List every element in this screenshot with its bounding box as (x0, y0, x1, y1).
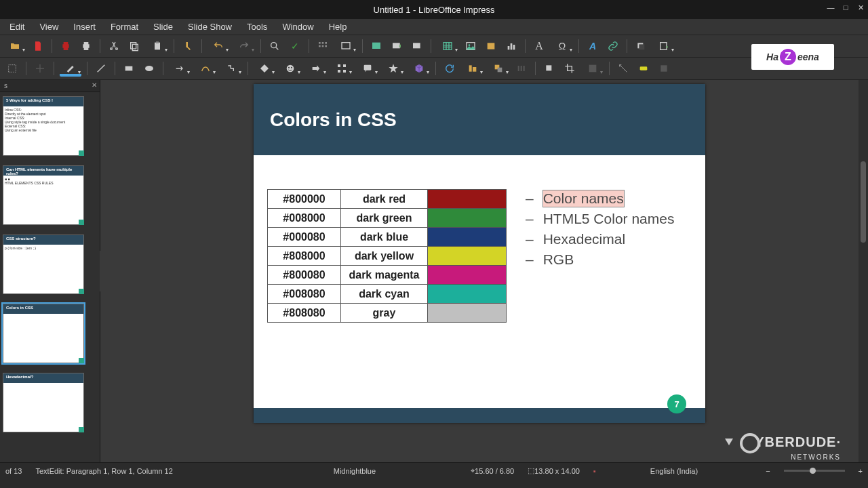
color-hex-cell[interactable]: #800080 (268, 266, 341, 285)
insert-av-icon[interactable] (483, 38, 499, 54)
stars-icon[interactable] (382, 60, 404, 77)
crop-icon[interactable] (561, 60, 578, 77)
slide-thumbnail[interactable]: CSS structure?p { font-size : 1em ; } (3, 235, 84, 294)
slide-canvas[interactable]: Colors in CSS #800000 dark red #008000 d… (254, 84, 705, 423)
status-save-icon[interactable]: ▪ (593, 467, 596, 475)
insert-fontwork-icon[interactable]: A (585, 38, 601, 54)
start-current-icon[interactable] (409, 38, 425, 54)
print-direct-icon[interactable] (58, 38, 74, 54)
color-name-cell[interactable]: dark magenta (341, 266, 428, 285)
paste-icon[interactable] (146, 38, 168, 54)
menu-view[interactable]: View (33, 20, 65, 33)
lines-arrows-icon[interactable] (169, 60, 191, 77)
curves-icon[interactable] (195, 60, 216, 77)
basic-shapes-icon[interactable] (254, 60, 275, 77)
display-views-icon[interactable] (335, 38, 357, 54)
menu-tools[interactable]: Tools (240, 20, 274, 33)
menu-slideshow[interactable]: Slide Show (181, 20, 239, 33)
bullet-list[interactable]: –Color names–HTML5 Color names–Hexadecim… (526, 189, 692, 323)
close-window-button[interactable]: ✕ (856, 3, 865, 12)
color-swatch-cell[interactable] (428, 285, 507, 304)
color-swatch-cell[interactable] (428, 228, 507, 247)
minimize-button[interactable]: — (826, 3, 835, 12)
bullet-item[interactable]: –Color names (526, 190, 692, 207)
extrusion-icon[interactable] (656, 60, 672, 77)
color-hex-cell[interactable]: #008000 (268, 209, 341, 228)
format-paintbrush-icon[interactable] (180, 38, 196, 54)
bullet-item[interactable]: –HTML5 Color names (526, 211, 692, 227)
color-table[interactable]: #800000 dark red #008000 dark green #000… (267, 189, 507, 323)
ellipse-icon[interactable] (141, 60, 157, 77)
new-slide-icon[interactable] (653, 38, 675, 54)
color-name-cell[interactable]: dark yellow (341, 247, 428, 266)
color-swatch-cell[interactable] (428, 190, 507, 209)
print-icon[interactable] (78, 38, 94, 54)
menu-slide[interactable]: Slide (146, 20, 180, 33)
menu-window[interactable]: Window (275, 20, 320, 33)
maximize-button[interactable]: □ (841, 3, 850, 12)
start-beginning-icon[interactable] (389, 38, 405, 54)
slide-title[interactable]: Colors in CSS (270, 109, 397, 131)
insert-image-icon[interactable] (462, 38, 479, 54)
zoom-slider[interactable] (784, 470, 845, 472)
zoom-out-icon[interactable]: − (766, 467, 770, 475)
connectors-icon[interactable] (220, 60, 242, 77)
shadow-toggle-icon[interactable] (541, 60, 557, 77)
align-icon[interactable] (462, 60, 484, 77)
color-swatch-cell[interactable] (428, 209, 507, 228)
color-swatch-cell[interactable] (428, 266, 507, 285)
slide-thumbnail[interactable]: Can HTML elements have multiple rules?■ … (3, 165, 84, 225)
color-hex-cell[interactable]: #808080 (268, 304, 341, 323)
rectangle-icon[interactable] (121, 60, 137, 77)
color-swatch-cell[interactable] (428, 304, 507, 323)
3d-objects-icon[interactable] (408, 60, 430, 77)
menu-edit[interactable]: Edit (3, 20, 31, 33)
color-name-cell[interactable]: dark cyan (341, 285, 428, 304)
insert-chart-icon[interactable] (503, 38, 519, 54)
editor-area[interactable]: Colors in CSS #800000 dark red #008000 d… (100, 80, 859, 462)
zoom-in-icon[interactable]: + (859, 467, 863, 475)
line-icon[interactable] (93, 60, 109, 77)
arrange-icon[interactable] (488, 60, 509, 77)
color-hex-cell[interactable]: #808000 (268, 247, 341, 266)
callouts-icon[interactable] (357, 60, 378, 77)
slide-thumbnail[interactable]: Hexadecimal? (3, 373, 84, 432)
color-name-cell[interactable]: dark red (341, 190, 428, 209)
bullet-item[interactable]: –Hexadecimal (526, 231, 692, 247)
color-name-cell[interactable]: dark green (341, 209, 428, 228)
toggle-point-icon[interactable] (615, 60, 631, 77)
menu-format[interactable]: Format (104, 20, 145, 33)
line-color-icon[interactable] (60, 60, 81, 77)
color-hex-cell[interactable]: #008080 (268, 285, 341, 304)
status-language[interactable]: English (India) (650, 467, 698, 475)
color-swatch-cell[interactable] (428, 247, 507, 266)
insert-table-icon[interactable] (437, 38, 458, 54)
menu-help[interactable]: Help (322, 20, 354, 33)
menu-insert[interactable]: Insert (66, 20, 102, 33)
slide-thumbnail[interactable]: 5 Ways for adding CSS !Inline CSS: Direc… (3, 96, 84, 156)
color-name-cell[interactable]: gray (341, 304, 428, 323)
symbol-shapes-icon[interactable] (279, 60, 301, 77)
slide-thumbnail[interactable]: Colors in CSS (3, 304, 84, 363)
cut-icon[interactable] (106, 38, 122, 54)
undo-icon[interactable] (208, 38, 229, 54)
color-hex-cell[interactable]: #800000 (268, 190, 341, 209)
filter-icon[interactable] (582, 60, 604, 77)
shadow-icon[interactable] (633, 38, 649, 54)
distribute-icon[interactable] (513, 60, 530, 77)
export-pdf-icon[interactable] (30, 38, 46, 54)
master-slide-icon[interactable] (368, 38, 384, 54)
insert-special-icon[interactable]: Ω (551, 38, 573, 54)
zoom-pan-icon[interactable] (32, 60, 48, 77)
insert-hyperlink-icon[interactable] (605, 38, 621, 54)
vertical-scrollbar[interactable] (859, 80, 868, 462)
block-arrows-icon[interactable] (305, 60, 327, 77)
scrollbar-thumb[interactable] (861, 161, 866, 243)
color-hex-cell[interactable]: #000080 (268, 228, 341, 247)
glue-points-icon[interactable] (635, 60, 652, 77)
flowchart-icon[interactable] (331, 60, 353, 77)
copy-icon[interactable] (126, 38, 142, 54)
insert-textbox-icon[interactable]: A (531, 38, 547, 54)
redo-icon[interactable] (233, 38, 255, 54)
find-replace-icon[interactable] (267, 38, 283, 54)
